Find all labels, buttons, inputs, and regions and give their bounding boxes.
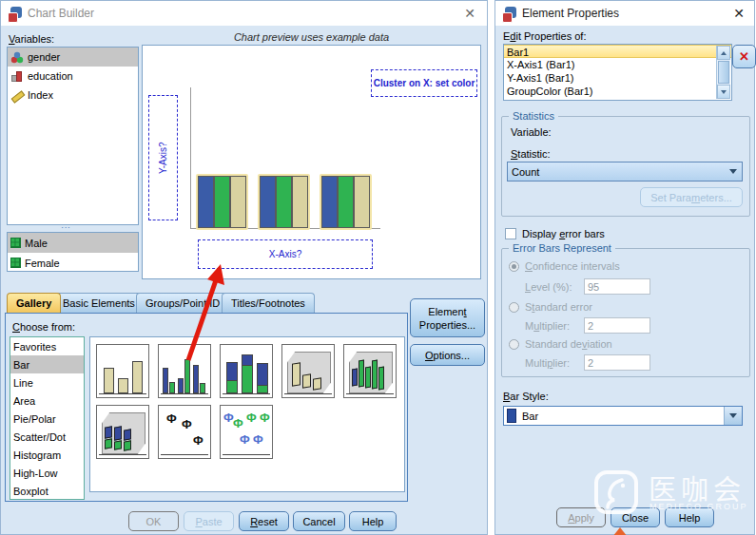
tab-titles-footnotes[interactable]: Titles/Footnotes [222,293,315,313]
help-button[interactable]: Help [349,511,397,531]
gallery-icon-box [89,336,405,492]
property-item-y-axis1[interactable]: Y-Axis1 (Bar1) [504,71,731,85]
variable-item-education[interactable]: education [8,67,138,86]
preview-caption: Chart preview uses example data [142,31,481,43]
chart-preview-canvas[interactable]: Cluster on X: set color Y-Axis? X-Axis? [142,45,481,279]
preview-bar-group [320,174,372,230]
confidence-intervals-radio[interactable] [509,261,519,272]
chart-builder-window: Chart Builder Variables: gender educatio… [0,0,488,535]
standard-deviation-label: Standard deviation [525,338,612,350]
level-input[interactable] [584,278,650,295]
cancel-button[interactable]: Cancel [293,511,345,531]
edit-properties-list: Bar1 X-Axis1 (Bar1) Y-Axis1 (Bar1) Group… [503,44,732,101]
chart-type-pie-polar[interactable]: Pie/Polar [10,410,84,428]
element-properties-titlebar: Element Properties [495,1,754,26]
nominal-variable-icon [10,51,24,64]
bar-style-label: Bar Style: [503,391,549,402]
help-button[interactable]: Help [665,507,714,527]
watermark-flame-fragment [612,527,628,535]
tab-basic-elements[interactable]: Basic Elements [53,293,145,313]
simple-3d-bar-icon[interactable] [281,344,335,398]
scroll-up-icon[interactable] [717,46,730,60]
ok-button[interactable]: OK [128,511,179,531]
error-bars-group-label: Error Bars Represent [509,242,615,254]
property-item-x-axis1[interactable]: X-Axis1 (Bar1) [504,58,731,71]
chart-type-scatter-dot[interactable]: Scatter/Dot [10,428,84,446]
stderr-multiplier-input[interactable] [584,317,650,334]
chart-builder-title: Chart Builder [28,7,94,20]
scrollbar-thumb[interactable] [718,61,729,84]
standard-error-radio[interactable] [509,302,519,313]
scroll-down-icon[interactable] [717,85,730,99]
set-parameters-button[interactable]: Set Parameters... [640,187,743,207]
variables-list: gender education Index [7,47,139,225]
red-annotation-arrow [175,260,234,367]
property-item-groupcolor[interactable]: GroupColor (Bar1) [504,85,731,98]
element-properties-title: Element Properties [522,7,619,20]
category-item-female[interactable]: Female [8,253,138,272]
preview-bar-group [196,174,248,230]
close-icon[interactable] [729,4,748,23]
close-icon[interactable] [460,4,479,23]
standard-deviation-radio[interactable] [509,339,519,350]
simple-error-bar-icon[interactable] [158,405,211,459]
properties-scrollbar[interactable] [716,46,730,99]
variables-label: Variables: [9,33,54,45]
category-color-icon [10,238,21,248]
standard-error-label: Standard error [525,301,592,313]
variable-label: Variable: [511,126,552,138]
chart-type-bar[interactable]: Bar [10,355,84,373]
apply-button[interactable]: Apply [556,507,606,527]
chart-type-line[interactable]: Line [10,373,84,392]
statistics-group-label: Statistics [509,110,558,122]
display-error-bars-checkbox[interactable] [505,228,516,239]
category-item-male[interactable]: Male [8,233,138,253]
y-axis-dropzone[interactable]: Y-Axis? [148,95,178,220]
level-label: Level (%): [525,281,572,293]
property-item-bar1[interactable]: Bar1 [504,45,731,58]
chart-type-list: Favorites Bar Line Area Pie/Polar Scatte… [10,336,85,500]
reset-button[interactable]: Reset [239,511,289,531]
stacked-3d-bar-icon[interactable] [96,405,149,459]
preview-bar-group [258,174,310,230]
stddev-multiplier-label: Multiplier: [525,357,570,369]
chevron-down-icon[interactable] [725,162,742,181]
confidence-intervals-label: Confidence intervals [525,260,620,272]
remove-element-button[interactable] [732,45,756,68]
ordinal-variable-icon [10,70,24,83]
chevron-down-icon[interactable] [724,407,742,425]
tab-gallery[interactable]: Gallery [7,293,61,313]
stderr-multiplier-label: Multiplier: [525,320,570,332]
options-button[interactable]: Options... [410,344,485,366]
spss-app-icon [8,7,22,21]
variable-item-index[interactable]: Index [8,86,138,105]
edit-properties-label: Edit Properties of: [503,30,586,42]
cluster-dropzone[interactable]: Cluster on X: set color [371,69,477,97]
choose-from-label: Choose from: [12,321,75,333]
element-properties-window: Element Properties Edit Properties of: B… [494,0,755,535]
bar-glyph-icon [507,409,516,423]
simple-bar-icon[interactable] [96,344,149,398]
bar-style-dropdown[interactable]: Bar [503,406,743,426]
stddev-multiplier-input[interactable] [584,354,650,371]
clustered-error-bar-icon[interactable] [220,405,273,459]
scale-variable-icon [10,89,24,102]
variable-item-gender[interactable]: gender [8,48,138,67]
chart-type-favorites[interactable]: Favorites [10,337,84,355]
paste-button[interactable]: Paste [184,511,234,531]
screenshot-root: Chart Builder Variables: gender educatio… [0,0,756,535]
chart-type-high-low[interactable]: High-Low [10,464,84,482]
categories-list: Male Female [7,232,139,272]
chart-type-boxplot[interactable]: Boxplot [10,482,84,500]
y-axis-line [190,87,191,228]
category-color-icon [10,258,21,268]
chart-type-area[interactable]: Area [10,392,84,410]
clustered-3d-bar-icon[interactable] [343,344,397,398]
display-error-bars-label: Display error bars [522,228,605,239]
statistic-dropdown[interactable]: Count [507,162,743,182]
close-button[interactable]: Close [611,507,660,527]
element-properties-button[interactable]: Element Properties... [410,298,485,337]
statistic-label: Statistic: [511,148,551,160]
chart-type-histogram[interactable]: Histogram [10,446,84,464]
chart-builder-titlebar: Chart Builder [1,1,487,26]
